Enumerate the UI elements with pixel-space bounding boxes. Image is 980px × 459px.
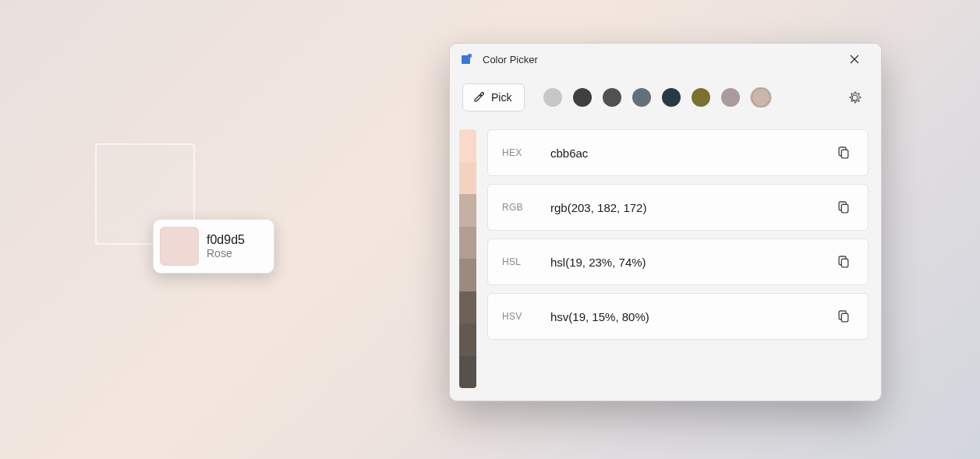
window-title: Color Picker (483, 54, 839, 65)
copy-button[interactable] (830, 249, 857, 275)
close-button[interactable] (839, 48, 870, 71)
svg-rect-4 (841, 313, 848, 322)
shade-7[interactable] (459, 356, 476, 389)
gear-icon (848, 91, 861, 104)
app-icon (459, 52, 473, 66)
format-label: HSV (502, 311, 550, 322)
copy-icon (838, 147, 850, 160)
shade-2[interactable] (459, 194, 476, 227)
history-color-3[interactable] (632, 88, 651, 107)
svg-rect-3 (841, 259, 848, 267)
history-color-6[interactable] (721, 88, 740, 107)
format-row-hsl[interactable]: HSLhsl(19, 23%, 74%) (487, 238, 869, 285)
format-label: RGB (502, 202, 550, 213)
shade-1[interactable] (459, 162, 476, 195)
shade-5[interactable] (459, 291, 476, 324)
format-value: hsl(19, 23%, 74%) (550, 256, 830, 269)
history-color-4[interactable] (662, 88, 681, 107)
history-color-1[interactable] (573, 88, 592, 107)
history-color-0[interactable] (543, 88, 562, 107)
copy-icon (838, 201, 850, 214)
titlebar[interactable]: Color Picker (450, 44, 881, 75)
format-row-hex[interactable]: HEXcbb6ac (487, 129, 869, 176)
format-row-hsv[interactable]: HSVhsv(19, 15%, 80%) (487, 293, 869, 340)
format-value: hsv(19, 15%, 80%) (550, 310, 830, 323)
sample-swatch (160, 227, 199, 266)
shade-6[interactable] (459, 323, 476, 356)
history-color-2[interactable] (603, 88, 621, 107)
shade-strip[interactable] (459, 129, 476, 388)
copy-icon (838, 256, 850, 269)
shade-4[interactable] (459, 259, 476, 291)
toolbar: Pick (450, 75, 881, 120)
copy-button[interactable] (830, 194, 857, 221)
pick-button[interactable]: Pick (462, 83, 525, 111)
settings-button[interactable] (840, 83, 869, 111)
format-label: HEX (502, 147, 550, 158)
window-body: HEXcbb6acRGBrgb(203, 182, 172)HSLhsl(19,… (450, 120, 881, 401)
close-icon (850, 55, 859, 64)
history-color-5[interactable] (692, 88, 710, 107)
shade-3[interactable] (459, 227, 476, 260)
eyedropper-tooltip: f0d9d5 Rose (153, 219, 274, 274)
svg-rect-2 (841, 204, 848, 213)
format-value: rgb(203, 182, 172) (550, 201, 830, 214)
pick-button-label: Pick (491, 91, 511, 104)
sample-name-label: Rose (207, 247, 245, 260)
sample-hex-label: f0d9d5 (207, 233, 245, 247)
copy-icon (838, 310, 850, 323)
format-label: HSL (502, 256, 550, 267)
svg-rect-1 (841, 150, 848, 158)
shade-0[interactable] (459, 129, 476, 162)
color-history (532, 87, 833, 108)
format-list: HEXcbb6acRGBrgb(203, 182, 172)HSLhsl(19,… (487, 129, 869, 388)
format-value: cbb6ac (550, 147, 830, 160)
copy-button[interactable] (830, 139, 857, 166)
history-color-7[interactable] (751, 87, 771, 108)
color-picker-window: Color Picker Pick HEXc (449, 43, 882, 401)
copy-button[interactable] (830, 303, 857, 330)
format-row-rgb[interactable]: RGBrgb(203, 182, 172) (487, 184, 869, 231)
eyedropper-icon (472, 91, 485, 104)
